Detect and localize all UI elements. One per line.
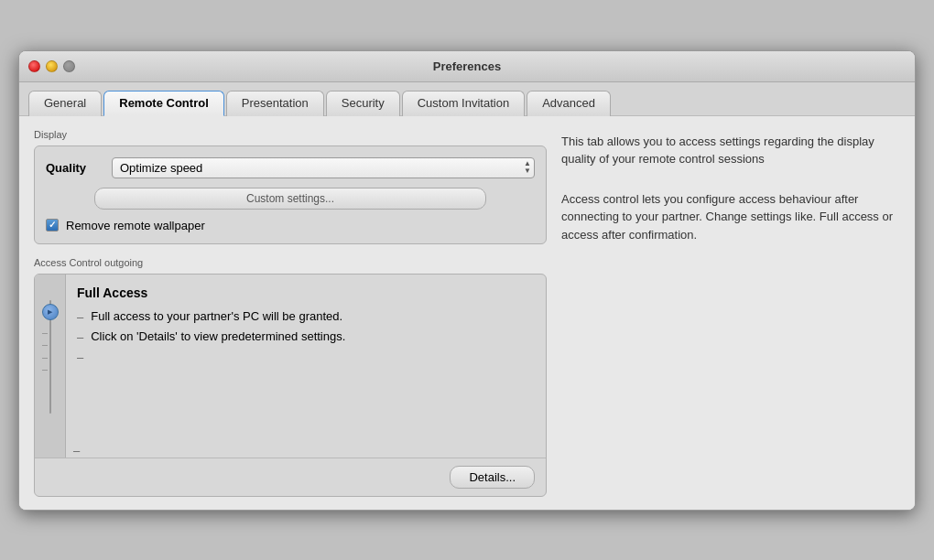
access-help-text: Access control lets you configure access… bbox=[561, 190, 900, 244]
access-bullet-2: – Click on 'Details' to view predetermin… bbox=[77, 329, 535, 344]
tab-remote-control[interactable]: Remote Control bbox=[103, 91, 224, 116]
access-title: Full Access bbox=[77, 285, 535, 300]
tab-security[interactable]: Security bbox=[326, 91, 400, 116]
access-bullet-1-text: Full access to your partner's PC will be… bbox=[91, 309, 342, 323]
close-button[interactable] bbox=[28, 60, 40, 72]
minimize-button[interactable] bbox=[46, 60, 58, 72]
access-content: Full Access – Full access to your partne… bbox=[66, 275, 546, 458]
tabs-bar: General Remote Control Presentation Secu… bbox=[19, 82, 915, 116]
quality-row: Quality Optimize speed ▲ ▼ bbox=[46, 157, 535, 178]
slider-track bbox=[35, 275, 66, 458]
maximize-button[interactable] bbox=[63, 60, 75, 72]
titlebar: Preferences bbox=[19, 51, 915, 82]
window-title: Preferences bbox=[433, 59, 501, 73]
quality-select-wrapper: Optimize speed ▲ ▼ bbox=[112, 157, 535, 178]
slider-ticks bbox=[42, 328, 48, 377]
display-section-label: Display bbox=[34, 129, 547, 140]
bullet-dash-2: – bbox=[77, 330, 83, 344]
left-panel: Display Quality Optimize speed ▲ ▼ Custo… bbox=[34, 129, 547, 497]
quality-select[interactable]: Optimize speed bbox=[112, 157, 535, 178]
slider-line bbox=[49, 300, 51, 414]
tick-1 bbox=[42, 333, 48, 334]
quality-label: Quality bbox=[46, 161, 101, 175]
access-section-label: Access Control outgoing bbox=[34, 257, 547, 268]
tick-3 bbox=[42, 358, 48, 359]
access-bullet-1: – Full access to your partner's PC will … bbox=[77, 309, 535, 324]
remove-wallpaper-checkbox[interactable]: ✓ bbox=[46, 219, 59, 232]
access-bullet-2-text: Click on 'Details' to view predetermined… bbox=[91, 329, 345, 343]
access-footer: – Details... bbox=[35, 458, 546, 496]
bullet-dash-1: – bbox=[77, 310, 83, 324]
traffic-lights bbox=[28, 60, 75, 72]
details-button[interactable]: Details... bbox=[450, 466, 535, 489]
display-section-box: Quality Optimize speed ▲ ▼ Custom settin… bbox=[34, 145, 547, 244]
tick-2 bbox=[42, 345, 48, 346]
tick-4 bbox=[42, 370, 48, 371]
bullet-dash-3: – bbox=[77, 350, 83, 364]
access-bullet-3: – bbox=[77, 350, 535, 364]
slider-thumb[interactable] bbox=[42, 304, 59, 320]
access-inner: Full Access – Full access to your partne… bbox=[35, 275, 546, 458]
tab-general[interactable]: General bbox=[28, 91, 102, 116]
display-help-text: This tab allows you to access settings r… bbox=[561, 133, 900, 168]
access-control-box: Full Access – Full access to your partne… bbox=[34, 274, 547, 497]
access-bullet-4: – bbox=[73, 443, 80, 458]
checkmark-icon: ✓ bbox=[49, 221, 56, 230]
tab-custom-invitation[interactable]: Custom Invitation bbox=[402, 91, 525, 116]
remove-wallpaper-row: ✓ Remove remote wallpaper bbox=[46, 219, 535, 232]
tab-presentation[interactable]: Presentation bbox=[226, 91, 324, 116]
tab-advanced[interactable]: Advanced bbox=[527, 91, 611, 116]
right-panel: This tab allows you to access settings r… bbox=[561, 129, 900, 497]
remove-wallpaper-label: Remove remote wallpaper bbox=[66, 219, 205, 232]
preferences-window: Preferences General Remote Control Prese… bbox=[18, 50, 916, 511]
content-area: Display Quality Optimize speed ▲ ▼ Custo… bbox=[19, 116, 915, 510]
bullet-dash-4: – bbox=[73, 444, 80, 458]
custom-settings-button[interactable]: Custom settings... bbox=[94, 188, 485, 210]
